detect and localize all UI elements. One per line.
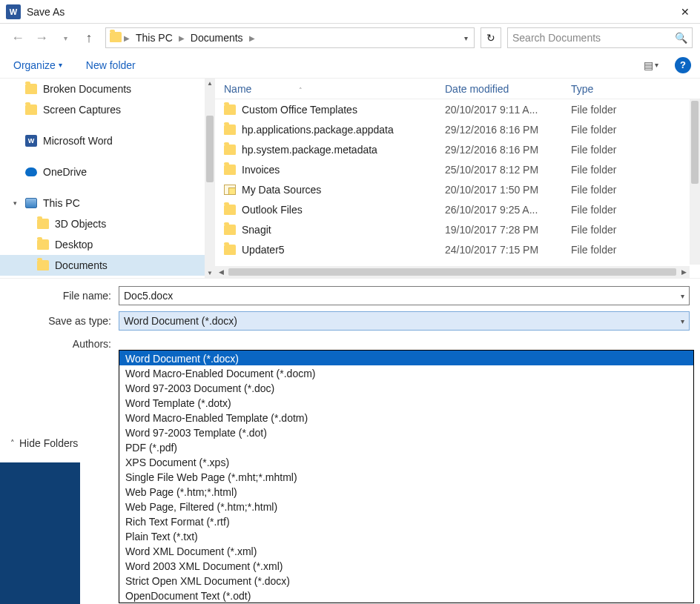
chevron-down-icon[interactable]: ▾ [681, 292, 684, 300]
type-option[interactable]: Word Document (*.docx) [119, 351, 693, 365]
up-icon[interactable]: ↑ [79, 27, 99, 48]
chevron-right-icon[interactable]: ▶ [122, 34, 131, 42]
file-name: Outlook Files [242, 204, 303, 216]
file-date: 20/10/2017 1:50 PM [445, 184, 571, 196]
file-date: 25/10/2017 8:12 PM [445, 164, 571, 176]
organize-button[interactable]: Organize ▾ [9, 56, 67, 74]
type-option[interactable]: Strict Open XML Document (*.docx) [119, 573, 693, 588]
filelist-scrollbar[interactable] [690, 99, 700, 265]
type-option[interactable]: Word 97-2003 Template (*.dot) [119, 425, 693, 439]
sidebar-item[interactable]: Desktop [0, 234, 215, 255]
forward-icon: → [31, 27, 52, 48]
folder-icon [37, 239, 49, 250]
file-row[interactable]: Custom Office Templates20/10/2017 9:11 A… [215, 99, 700, 119]
explorer-main: Broken DocumentsScreen CapturesWMicrosof… [0, 79, 700, 279]
column-header-name[interactable]: Name ˄ [215, 83, 445, 95]
sidebar-item[interactable]: 3D Objects [0, 213, 215, 234]
folder-icon [224, 225, 236, 235]
filename-label: File name: [10, 290, 119, 302]
new-folder-button[interactable]: New folder [82, 56, 140, 74]
search-icon[interactable]: 🔍 [675, 32, 687, 44]
thispc-icon [25, 198, 37, 208]
sidebar-scrollbar[interactable]: ▲ ▼ [205, 79, 215, 278]
type-option[interactable]: PDF (*.pdf) [119, 439, 693, 454]
folder-icon [224, 104, 236, 115]
chevron-down-icon[interactable]: ▾ [681, 317, 684, 325]
chevron-right-icon[interactable]: ▶ [177, 34, 186, 42]
sidebar-item[interactable]: Documents [0, 255, 215, 276]
saveastype-dropdown[interactable]: Word Document (*.docx)Word Macro-Enabled… [119, 350, 694, 603]
back-icon[interactable]: ← [7, 27, 28, 48]
type-option[interactable]: Word Macro-Enabled Template (*.dotm) [119, 410, 693, 425]
column-header-date[interactable]: Date modified [445, 83, 571, 95]
type-option[interactable]: Plain Text (*.txt) [119, 528, 693, 543]
scroll-thumb[interactable] [206, 116, 214, 182]
file-row[interactable]: Updater524/10/2017 7:15 PMFile folder [215, 239, 700, 259]
file-row[interactable]: Snagit19/10/2017 7:28 PMFile folder [215, 219, 700, 239]
type-option[interactable]: Word XML Document (*.xml) [119, 543, 693, 558]
type-option[interactable]: Web Page, Filtered (*.htm;*.html) [119, 499, 693, 514]
chevron-down-icon: ▾ [59, 61, 62, 69]
file-date: 29/12/2016 8:16 PM [445, 144, 571, 156]
saveastype-select[interactable]: Word Document (*.docx) ▾ [119, 311, 690, 331]
chevron-up-icon: ˄ [10, 439, 15, 448]
folder-icon [224, 205, 236, 215]
folder-icon [224, 145, 236, 155]
view-options-button[interactable]: ▤ ▾ [639, 56, 663, 74]
filename-input[interactable]: Doc5.docx ▾ [119, 286, 690, 305]
file-type: File folder [571, 224, 700, 236]
folder-icon [37, 260, 49, 271]
expand-icon[interactable]: ▾ [13, 199, 17, 207]
sidebar-item-label: OneDrive [43, 166, 87, 178]
close-icon[interactable]: ✕ [676, 3, 694, 21]
hscroll-track[interactable] [228, 268, 676, 276]
refresh-icon[interactable]: ↻ [481, 27, 501, 48]
file-row[interactable]: Invoices25/10/2017 8:12 PMFile folder [215, 159, 700, 179]
file-date: 20/10/2017 9:11 A... [445, 104, 571, 116]
sidebar-item-label: Desktop [55, 239, 93, 250]
scroll-thumb[interactable] [691, 101, 699, 184]
scroll-up-icon[interactable]: ▲ [205, 80, 215, 87]
breadcrumb-folder[interactable]: Documents [186, 32, 248, 44]
onedrive-icon [25, 167, 37, 176]
file-row[interactable]: Outlook Files26/10/2017 9:25 A...File fo… [215, 199, 700, 219]
file-row[interactable]: hp.applications.package.appdata29/12/201… [215, 119, 700, 139]
type-option[interactable]: Web Page (*.htm;*.html) [119, 484, 693, 499]
filelist-hscrollbar[interactable]: ◀ ▶ [215, 266, 690, 278]
search-input[interactable]: Search Documents 🔍 [507, 27, 693, 48]
type-option[interactable]: Rich Text Format (*.rtf) [119, 514, 693, 528]
scroll-right-icon[interactable]: ▶ [678, 268, 690, 276]
chevron-right-icon[interactable]: ▶ [248, 34, 257, 42]
recent-locations-icon[interactable]: ▾ [55, 27, 76, 48]
file-row[interactable]: My Data Sources20/10/2017 1:50 PMFile fo… [215, 179, 700, 199]
type-option[interactable]: OpenDocument Text (*.odt) [119, 588, 693, 603]
file-name: Snagit [242, 224, 271, 236]
file-name: Updater5 [242, 244, 285, 256]
sidebar-item[interactable]: OneDrive [0, 162, 215, 182]
address-dropdown-icon[interactable]: ▾ [461, 34, 471, 42]
scroll-down-icon[interactable]: ▼ [205, 270, 215, 276]
file-type: File folder [571, 244, 700, 256]
address-bar[interactable]: ▶ This PC ▶ Documents ▶ ▾ [105, 27, 475, 48]
sidebar-item[interactable]: WMicrosoft Word [0, 130, 215, 151]
sidebar-item[interactable]: ▾This PC [0, 193, 215, 213]
word-icon: W [25, 135, 37, 147]
sidebar-item-label: This PC [43, 197, 80, 209]
file-type: File folder [571, 204, 700, 216]
type-option[interactable]: XPS Document (*.xps) [119, 454, 693, 469]
type-option[interactable]: Word Template (*.dotx) [119, 395, 693, 410]
help-icon[interactable]: ? [675, 57, 691, 73]
breadcrumb-root[interactable]: This PC [131, 32, 177, 44]
file-type: File folder [571, 164, 700, 176]
sidebar-item-label: Microsoft Word [43, 135, 113, 147]
column-header-type[interactable]: Type [571, 83, 700, 95]
sidebar-item[interactable]: Screen Captures [0, 99, 215, 120]
type-option[interactable]: Word Macro-Enabled Document (*.docm) [119, 365, 693, 380]
type-option[interactable]: Word 2003 XML Document (*.xml) [119, 558, 693, 573]
file-row[interactable]: hp.system.package.metadata29/12/2016 8:1… [215, 139, 700, 159]
hide-folders-button[interactable]: ˄ Hide Folders [10, 437, 78, 449]
sidebar-item[interactable]: Broken Documents [0, 79, 215, 99]
type-option[interactable]: Word 97-2003 Document (*.doc) [119, 380, 693, 395]
scroll-left-icon[interactable]: ◀ [215, 268, 227, 276]
type-option[interactable]: Single File Web Page (*.mht;*.mhtml) [119, 469, 693, 484]
